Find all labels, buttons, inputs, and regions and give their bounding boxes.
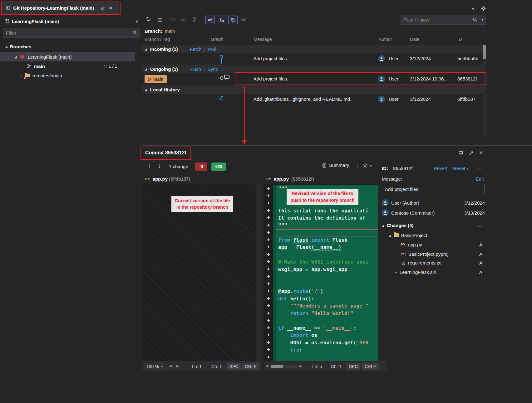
- graph-toggle-icon[interactable]: [205, 16, 215, 24]
- diff-added-line[interactable]: +: [264, 273, 378, 280]
- diff-added-line[interactable]: +@app.route('/'): [264, 288, 378, 295]
- gear-icon[interactable]: [362, 163, 368, 168]
- code-text[interactable]: """: [276, 222, 378, 229]
- code-text[interactable]: This script runs the applicati: [276, 207, 378, 215]
- close-icon[interactable]: ×: [109, 5, 112, 11]
- scrollbar-thumb[interactable]: [483, 45, 486, 59]
- tree-expander-icon[interactable]: ◢: [145, 67, 147, 71]
- eol-mode[interactable]: CRLF: [362, 363, 379, 370]
- column-date[interactable]: Date: [410, 37, 420, 42]
- collapse-chevron-icon[interactable]: ‹: [136, 18, 138, 25]
- changed-file-row[interactable]: requirements.txt A: [401, 259, 482, 267]
- sidebar-item-repo[interactable]: ◢ LearningFlask (main): [0, 52, 135, 61]
- code-text[interactable]: @app.route('/'): [276, 288, 378, 295]
- list-view-icon[interactable]: [157, 17, 162, 22]
- diff-added-line[interactable]: + return "Hello World!": [264, 310, 378, 317]
- branch-badge[interactable]: main: [145, 75, 167, 83]
- tree-expander-icon[interactable]: ◢: [5, 45, 7, 48]
- changed-file-row[interactable]: PY app.py A: [401, 240, 482, 249]
- column-author[interactable]: Author: [379, 37, 392, 42]
- code-text[interactable]: [276, 317, 378, 324]
- fetch-link[interactable]: Fetch: [190, 46, 202, 52]
- compare-branches-icon[interactable]: [181, 17, 186, 22]
- tree-expander-icon[interactable]: ◢: [14, 55, 17, 59]
- diff-added-line[interactable]: +It contains the definition of: [264, 214, 378, 222]
- code-text[interactable]: """Renders a sample page.": [276, 302, 378, 310]
- code-text[interactable]: HOST = os.environ.get('SER: [276, 339, 378, 347]
- nav-down-icon[interactable]: ↓: [158, 163, 161, 169]
- incoming-section-header[interactable]: ◢ Incoming (1) Fetch Pull: [142, 45, 483, 53]
- scrollbar-thumb[interactable]: [271, 365, 283, 368]
- branches-toggle-icon[interactable]: [217, 16, 226, 24]
- code-text[interactable]: [276, 273, 378, 280]
- filter-input[interactable]: [3, 28, 140, 38]
- diff-right-pane[interactable]: +"""+++This script runs the applicati+It…: [264, 184, 378, 362]
- scroll-left-icon[interactable]: ◀: [266, 364, 268, 368]
- commit-message-box[interactable]: Add project files.: [382, 184, 485, 194]
- tree-expander-icon[interactable]: ◢: [389, 234, 391, 237]
- tool-window-tab[interactable]: Git Repository-LearningFlask (main) ×: [2, 2, 119, 14]
- eol-mode[interactable]: CRLF: [242, 363, 259, 370]
- horizontal-scrollbar[interactable]: [271, 365, 298, 368]
- push-link[interactable]: Push: [190, 66, 201, 72]
- reset-link[interactable]: Reset: [453, 166, 465, 171]
- diff-added-line[interactable]: +: [264, 251, 378, 259]
- diff-added-line[interactable]: +app = Flask(__name__): [264, 244, 378, 251]
- diff-added-line[interactable]: + try:: [264, 346, 378, 354]
- gear-icon[interactable]: [481, 6, 486, 11]
- code-text[interactable]: # Make the WSGI interface avai: [276, 258, 378, 266]
- more-actions-icon[interactable]: …: [477, 222, 483, 228]
- tree-expander-icon[interactable]: ◢: [145, 47, 147, 51]
- space-mode[interactable]: SPC: [347, 363, 360, 370]
- tree-expander-icon[interactable]: ◢: [382, 224, 384, 227]
- changes-folder-row[interactable]: ◢ BasicProject: [389, 231, 427, 239]
- search-icon[interactable]: [132, 30, 137, 35]
- diff-added-line[interactable]: +def hello():: [264, 295, 378, 303]
- zoom-select[interactable]: 100 % ▾: [145, 363, 165, 370]
- diff-added-lines[interactable]: +"""+++This script runs the applicati+It…: [264, 184, 378, 361]
- tree-expander-icon[interactable]: ▷: [20, 74, 22, 77]
- tags-toggle-icon[interactable]: [228, 16, 238, 24]
- code-text[interactable]: [276, 280, 378, 288]
- code-text[interactable]: try:: [276, 346, 378, 354]
- diff-added-line[interactable]: + """Renders a sample page.": [264, 302, 378, 310]
- hide-icon[interactable]: [241, 17, 246, 22]
- dropdown-chevron-icon[interactable]: ▾: [472, 7, 474, 11]
- code-text[interactable]: [276, 354, 378, 361]
- branch-value[interactable]: main: [165, 28, 175, 34]
- space-mode[interactable]: SPC: [227, 363, 241, 370]
- diff-added-line[interactable]: +: [264, 354, 378, 361]
- column-id[interactable]: ID: [457, 37, 462, 42]
- branches-section-header[interactable]: ◢ Branches: [5, 43, 31, 50]
- outgoing-commit-row[interactable]: main Add project files. User 3/12/2024 1…: [142, 73, 483, 85]
- code-text[interactable]: import os: [276, 332, 378, 339]
- more-actions-icon[interactable]: …: [477, 164, 483, 169]
- history-scrollbar[interactable]: [483, 45, 486, 136]
- diff-added-line[interactable]: +from flask import Flask: [264, 236, 378, 244]
- chevron-down-icon[interactable]: ▾: [370, 164, 372, 168]
- code-text[interactable]: [276, 229, 378, 236]
- changed-file-row[interactable]: PY BasicProject.pyproj A: [400, 250, 482, 258]
- scroll-left-icon[interactable]: ◀: [169, 364, 171, 368]
- code-text[interactable]: if __name__ == '__main__':: [276, 324, 378, 332]
- chevron-down-icon[interactable]: ▾: [481, 18, 483, 21]
- code-text[interactable]: app = Flask(__name__): [276, 244, 378, 251]
- code-text[interactable]: It contains the definition of: [276, 214, 378, 222]
- local-history-section-header[interactable]: ◢ Local History: [142, 85, 483, 94]
- diff-added-line[interactable]: +""": [264, 222, 378, 229]
- diff-added-line[interactable]: +: [264, 317, 378, 324]
- nav-up-icon[interactable]: ↑: [148, 163, 151, 169]
- diff-added-line[interactable]: +: [264, 229, 378, 236]
- local-commit-row[interactable]: ↺ Add .gitattributes, .gitignore, and RE…: [142, 94, 483, 105]
- code-text[interactable]: from flask import Flask: [276, 236, 378, 244]
- diff-added-line[interactable]: +# Make the WSGI interface avai: [264, 258, 378, 266]
- search-icon[interactable]: [473, 17, 478, 22]
- pull-link[interactable]: Pull: [208, 46, 216, 52]
- branch-from-icon[interactable]: [193, 17, 198, 22]
- code-text[interactable]: [276, 251, 378, 259]
- sync-link[interactable]: Sync: [208, 66, 218, 72]
- sidebar-item-main-branch[interactable]: main ↑↓ 1 / 1: [0, 61, 135, 71]
- code-text[interactable]: wsgi_app = app.wsgi_app: [276, 266, 378, 273]
- code-text[interactable]: def hello():: [276, 295, 378, 303]
- diff-left-scrollbar[interactable]: [256, 184, 262, 362]
